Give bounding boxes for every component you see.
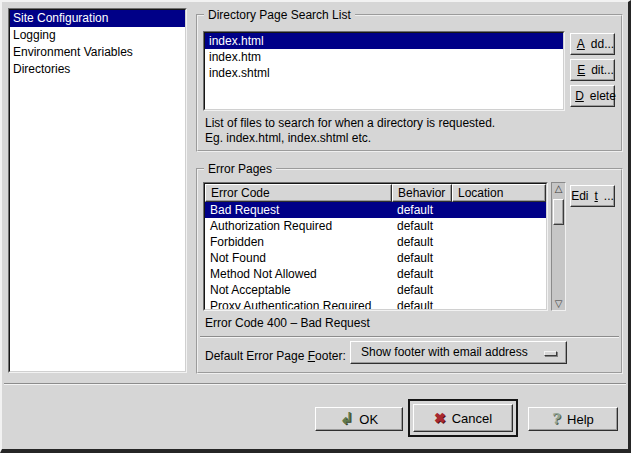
cell-location [452, 234, 546, 250]
sidebar-item-logging[interactable]: Logging [10, 27, 185, 44]
cancel-button[interactable]: ✖Cancel [413, 404, 513, 432]
scroll-down-icon[interactable]: ▽ [552, 298, 565, 310]
default-footer-label: Default Error Page Footer: [205, 349, 346, 363]
footer-dropdown-value: Show footer with email address [361, 345, 528, 359]
delete-button-label-rest: elete [590, 89, 616, 103]
directory-file-list: index.html index.htm index.shtml [203, 31, 565, 111]
edit-error-label-pre: Edi [571, 189, 588, 203]
edit-error-mnemonic: t [594, 189, 597, 203]
add-button[interactable]: Add... [570, 33, 615, 55]
directory-page-search-group-title: Directory Page Search List [204, 8, 355, 22]
directory-file-list-inner: index.html index.htm index.shtml [204, 32, 564, 110]
scrollbar-thumb[interactable] [553, 199, 564, 225]
cell-behavior: default [392, 250, 452, 266]
table-row-authorization-required[interactable]: Authorization Required default [205, 218, 546, 234]
ok-button-label: OK [359, 412, 378, 427]
table-row-not-acceptable[interactable]: Not Acceptable default [205, 282, 546, 298]
sidebar-item-directories[interactable]: Directories [10, 61, 185, 78]
table-row-forbidden[interactable]: Forbidden default [205, 234, 546, 250]
column-header-error-code[interactable]: Error Code [205, 184, 392, 202]
separator [200, 336, 619, 338]
delete-button-mnemonic: D [575, 89, 584, 103]
cell-behavior: default [392, 218, 452, 234]
site-configuration-dialog: Site Configuration Logging Environment V… [0, 0, 631, 453]
footer-dropdown[interactable]: Show footer with email address [350, 341, 567, 364]
cell-location [452, 266, 546, 282]
cell-location [452, 202, 546, 218]
cancel-button-label: Cancel [452, 411, 492, 426]
cell-error-code: Not Acceptable [205, 282, 392, 298]
sidebar-item-site-configuration[interactable]: Site Configuration [10, 10, 185, 27]
file-list-caption-line2: Eg. index.html, index.shtml etc. [205, 131, 371, 145]
file-list-caption-line1: List of files to search for when a direc… [205, 116, 495, 130]
directory-page-search-group: Directory Page Search List index.html in… [196, 14, 623, 152]
list-item-index-shtml[interactable]: index.shtml [205, 65, 563, 81]
option-menu-indicator-icon [544, 351, 557, 356]
cell-error-code: Not Found [205, 250, 392, 266]
cell-error-code: Method Not Allowed [205, 266, 392, 282]
add-button-mnemonic: A [577, 37, 585, 51]
table-row-not-found[interactable]: Not Found default [205, 250, 546, 266]
table-row-bad-request[interactable]: Bad Request default [205, 202, 546, 218]
cell-location [452, 298, 546, 309]
cell-behavior: default [392, 234, 452, 250]
cell-behavior: default [392, 282, 452, 298]
error-code-status: Error Code 400 – Bad Request [205, 316, 370, 330]
table-row-proxy-authentication-required[interactable]: Proxy Authentication Required default [205, 298, 546, 309]
list-item-index-html[interactable]: index.html [205, 33, 563, 49]
footer-label-pre: Default Error Page [205, 349, 308, 363]
ok-button[interactable]: ↲OK [315, 407, 403, 431]
cell-error-code: Proxy Authentication Required [205, 298, 392, 309]
cell-location [452, 218, 546, 234]
help-icon: ? [552, 412, 561, 427]
cell-error-code: Bad Request [205, 202, 392, 218]
column-header-behavior[interactable]: Behavior [392, 184, 452, 202]
edit-file-button[interactable]: Edit... [570, 59, 615, 81]
list-item-index-htm[interactable]: index.htm [205, 49, 563, 65]
error-pages-table: Error Code Behavior Location Bad Request… [203, 182, 548, 311]
error-pages-group: Error Pages Error Code Behavior Location… [196, 168, 623, 374]
ok-icon: ↲ [340, 411, 353, 427]
edit-button-mnemonic: E [577, 63, 585, 77]
error-pages-group-title: Error Pages [204, 162, 276, 176]
add-button-label-rest: dd... [591, 37, 614, 51]
cell-behavior: default [392, 298, 452, 309]
cell-error-code: Forbidden [205, 234, 392, 250]
default-button-ring: ✖Cancel [408, 399, 518, 437]
table-row-method-not-allowed[interactable]: Method Not Allowed default [205, 266, 546, 282]
edit-button-label-rest: dit... [591, 63, 614, 77]
cell-error-code: Authorization Required [205, 218, 392, 234]
footer-label-mnemonic: F [308, 349, 315, 363]
scroll-up-icon[interactable]: △ [552, 183, 565, 195]
separator [4, 383, 626, 385]
edit-error-page-button[interactable]: Edit... [570, 185, 615, 207]
footer-label-rest: ooter: [315, 349, 346, 363]
help-button[interactable]: ?Help [528, 407, 618, 431]
config-category-list-inner: Site Configuration Logging Environment V… [9, 9, 186, 372]
column-header-location[interactable]: Location [452, 184, 546, 202]
sidebar-item-environment-variables[interactable]: Environment Variables [10, 44, 185, 61]
error-pages-table-inner: Error Code Behavior Location Bad Request… [204, 183, 547, 310]
cell-location [452, 250, 546, 266]
cell-location [452, 282, 546, 298]
table-header-row: Error Code Behavior Location [205, 184, 546, 202]
cell-behavior: default [392, 266, 452, 282]
cancel-icon: ✖ [434, 411, 446, 425]
help-button-label: Help [567, 412, 594, 427]
table-scrollbar[interactable]: △ ▽ [551, 182, 566, 311]
delete-button[interactable]: Delete [570, 85, 615, 107]
table-body: Bad Request default Authorization Requir… [205, 202, 546, 309]
config-category-list: Site Configuration Logging Environment V… [8, 8, 187, 373]
cell-behavior: default [392, 202, 452, 218]
edit-error-label-rest: ... [604, 189, 614, 203]
